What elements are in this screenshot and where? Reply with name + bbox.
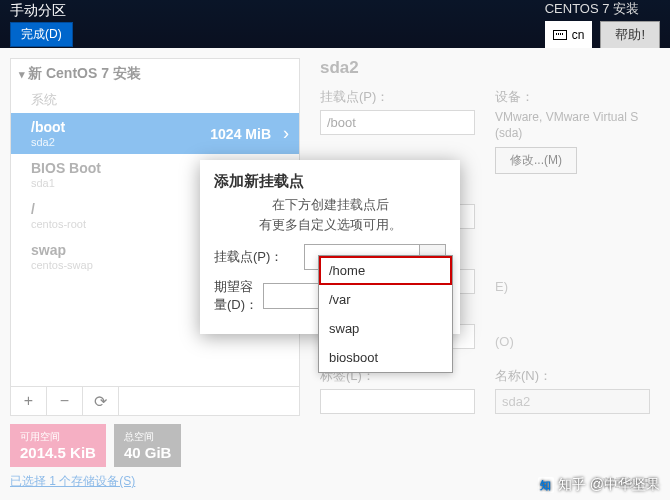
dropdown-item-swap[interactable]: swap (319, 314, 452, 343)
keyboard-icon (553, 30, 567, 40)
dropdown-item-var[interactable]: /var (319, 285, 452, 314)
help-button[interactable]: 帮助! (600, 21, 660, 49)
language-code: cn (572, 28, 585, 42)
dialog-title: 添加新挂载点 (214, 172, 446, 191)
dialog-mount-label: 挂载点(P)： (214, 248, 304, 266)
dropdown-item-home[interactable]: /home (319, 256, 452, 285)
dialog-description: 在下方创建挂载点后有更多自定义选项可用。 (214, 195, 446, 234)
zhihu-icon: 知 (538, 477, 554, 493)
done-button[interactable]: 完成(D) (10, 22, 73, 47)
mountpoint-dropdown: /home /var swap biosboot (318, 255, 453, 373)
top-bar: 手动分区 完成(D) CENTOS 7 安装 cn 帮助! (0, 0, 670, 48)
page-title: 手动分区 (10, 2, 73, 20)
installer-title: CENTOS 7 安装 (545, 0, 660, 18)
dialog-capacity-label: 期望容量(D)： (214, 278, 263, 314)
dropdown-item-biosboot[interactable]: biosboot (319, 343, 452, 372)
watermark: 知 知乎 @中华坚果 (538, 476, 660, 494)
keyboard-language[interactable]: cn (545, 21, 593, 49)
